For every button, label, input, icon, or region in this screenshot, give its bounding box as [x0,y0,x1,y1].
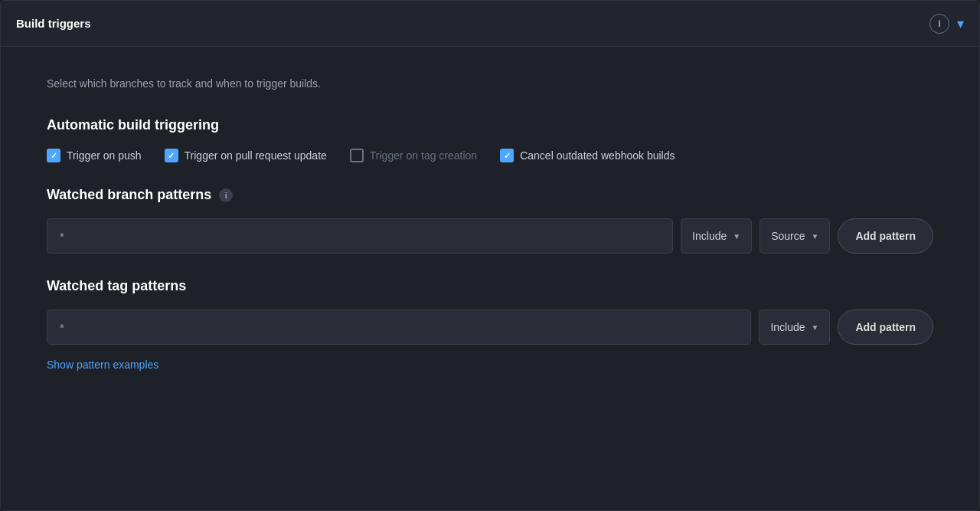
branch-section-title: Watched branch patterns i [47,187,933,203]
branch-pattern-input[interactable] [47,218,673,254]
branch-source-arrow: ▼ [812,232,819,241]
branch-add-pattern-button[interactable]: Add pattern [838,218,933,254]
branch-source-label: Source [771,230,805,242]
branch-patterns-section: Watched branch patterns i Include ▼ Sour… [47,187,933,254]
branch-include-label: Include [692,230,727,242]
branch-source-dropdown[interactable]: Source ▼ [760,218,830,254]
checkbox-trigger-push[interactable]: ✓ Trigger on push [47,149,142,162]
tag-include-arrow: ▼ [812,323,819,332]
tag-pattern-row: Include ▼ Add pattern [47,310,933,345]
panel-header: Build triggers i ▾ [1,1,979,47]
panel-description: Select which branches to track and when … [47,77,933,90]
info-icon-button[interactable]: i [929,14,949,34]
checkbox-cancel-outdated[interactable]: ✓ Cancel outdated webhook builds [500,149,675,162]
checkbox-trigger-push-label: Trigger on push [67,149,142,162]
tag-include-dropdown[interactable]: Include ▼ [759,310,830,345]
checkbox-trigger-push-input[interactable]: ✓ [47,149,60,162]
tag-section-title: Watched tag patterns [47,278,933,294]
checkbox-cancel-outdated-input[interactable]: ✓ [500,149,514,162]
automatic-triggering-section: Automatic build triggering ✓ Trigger on … [47,117,933,162]
tag-patterns-section: Watched tag patterns Include ▼ Add patte… [47,278,933,372]
automatic-section-title: Automatic build triggering [47,117,933,133]
tag-include-label: Include [770,321,805,333]
show-pattern-examples-link[interactable]: Show pattern examples [47,359,158,371]
checkbox-trigger-tag[interactable]: Trigger on tag creation [350,149,477,162]
branch-section-info-icon[interactable]: i [219,188,233,202]
build-triggers-panel: Build triggers i ▾ Select which branches… [0,0,980,511]
tag-add-pattern-button[interactable]: Add pattern [838,310,933,345]
branch-pattern-row: Include ▼ Source ▼ Add pattern [47,218,933,254]
panel-title: Build triggers [16,17,91,30]
checkbox-trigger-pull-input[interactable]: ✓ [165,149,178,162]
branch-include-dropdown[interactable]: Include ▼ [681,218,752,254]
tag-pattern-input[interactable] [47,310,751,345]
header-icons: i ▾ [929,14,964,34]
panel-body: Select which branches to track and when … [1,47,979,510]
checkbox-trigger-pull[interactable]: ✓ Trigger on pull request update [165,149,327,162]
collapse-button[interactable]: ▾ [957,15,964,32]
checkbox-trigger-tag-input[interactable] [350,149,364,162]
checkbox-cancel-outdated-label: Cancel outdated webhook builds [520,149,675,162]
checkbox-trigger-tag-label: Trigger on tag creation [370,149,477,162]
checkboxes-row: ✓ Trigger on push ✓ Trigger on pull requ… [47,149,933,162]
checkbox-trigger-pull-label: Trigger on pull request update [185,149,327,162]
branch-include-arrow: ▼ [733,232,740,241]
